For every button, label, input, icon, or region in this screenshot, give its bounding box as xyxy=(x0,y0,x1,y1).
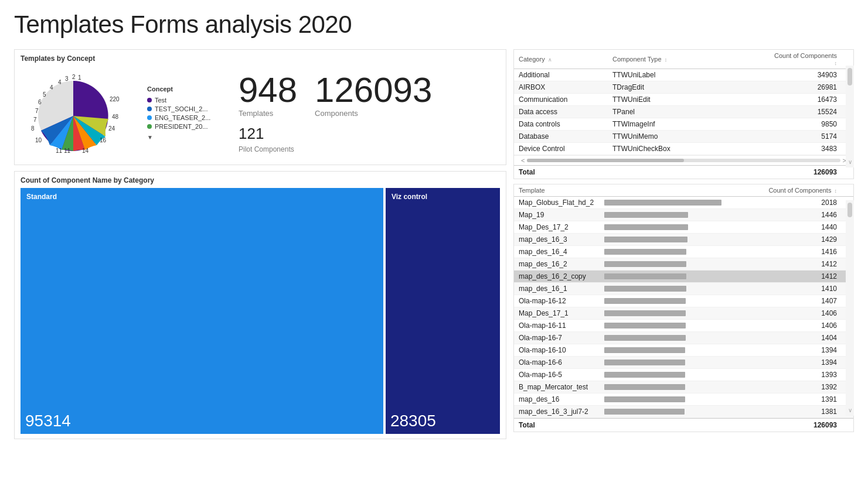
top-table-vscroll-thumb xyxy=(847,68,852,85)
td-template-bar xyxy=(604,396,685,402)
pie-label-16: 16 xyxy=(100,137,107,143)
bottom-count-sort-icon[interactable]: ↕ xyxy=(835,188,838,194)
top-total-label: Total xyxy=(519,168,612,176)
top-table-row: AIRBOX TDragEdit 26981 xyxy=(514,81,853,94)
pilot-label: Pilot Components xyxy=(239,145,432,153)
bottom-table-row: Ola-map-16-6 1394 xyxy=(514,357,853,369)
td-template-name: Map_19 xyxy=(519,211,601,219)
td-template-bar-wrapper: map_des_16_1 xyxy=(519,285,767,293)
pie-label-48: 48 xyxy=(112,114,119,120)
top-table-vscroll[interactable]: ∨ xyxy=(846,66,854,167)
td-template-bar xyxy=(604,273,686,279)
td-count-bottom: 1391 xyxy=(767,395,849,403)
bar-standard-value: 95314 xyxy=(25,412,379,430)
top-table-row: Device Control TTWUniCheckBox 3483 xyxy=(514,143,853,155)
main-row: Templates by Concept xyxy=(14,49,854,439)
legend-dot-1 xyxy=(147,107,152,111)
horiz-scroll-thumb xyxy=(527,159,683,162)
templates-by-concept-section: Templates by Concept xyxy=(14,49,506,165)
td-template-bar-wrapper: Ola-map-16-6 xyxy=(519,358,767,367)
td-component: TTWUniMemo xyxy=(612,132,772,141)
td-template-bar xyxy=(604,224,688,230)
td-template-name: Map_Des_17_2 xyxy=(519,223,601,231)
bar-viz-control: Viz control 28305 xyxy=(386,188,500,434)
pie-label-24: 24 xyxy=(108,125,115,132)
td-template-name: Ola-map-16-10 xyxy=(519,346,601,354)
pie-label-small9: 4 xyxy=(58,79,62,85)
kpi-area: 948 Templates 126093 Components 121 Pilo… xyxy=(239,73,432,153)
td-template-bar xyxy=(604,409,685,415)
legend-item-1: TEST_SOCHI_2... xyxy=(147,105,223,112)
pie-label-small2: 10 xyxy=(35,137,42,143)
th-count: Count of Components ↕ xyxy=(772,52,849,66)
td-template-bar-wrapper: Ola-map-16-5 xyxy=(519,371,767,379)
top-table-total-row: Total 126093 xyxy=(514,165,853,179)
td-category: Additional xyxy=(519,71,612,79)
templates-by-concept-title: Templates by Concept xyxy=(21,54,500,63)
bottom-total-label: Total xyxy=(519,421,767,429)
td-template-bar-wrapper: Map_19 xyxy=(519,211,767,219)
td-category: Data controls xyxy=(519,120,612,128)
top-total-count: 126093 xyxy=(772,168,849,176)
scroll-down-arrow[interactable]: ∨ xyxy=(848,159,852,165)
td-category: Communication xyxy=(519,95,612,104)
td-component: TTWImageInf xyxy=(612,120,772,128)
th-count-bottom: Count of Components ↕ xyxy=(767,187,849,194)
top-table-row: Database TTWUniMemo 5174 xyxy=(514,131,853,143)
horiz-scroll-track[interactable] xyxy=(527,159,840,162)
pie-label-small1: 11 11 xyxy=(56,148,70,154)
td-template-bar xyxy=(604,286,686,292)
pie-label-small5: 7 xyxy=(35,108,39,114)
legend-dropdown-arrow[interactable]: ▼ xyxy=(147,134,223,141)
kpi-top: 948 Templates 126093 Components xyxy=(239,73,432,118)
td-count: 9850 xyxy=(772,120,849,128)
bottom-scroll-down-arrow[interactable]: ∨ xyxy=(848,407,852,413)
legend-title: Concept xyxy=(147,85,223,93)
td-component: TTWUniEdit xyxy=(612,95,772,104)
td-count-bottom: 2018 xyxy=(767,198,849,207)
horiz-scroll-bar[interactable]: < > xyxy=(514,155,853,165)
td-component: TTWUniLabel xyxy=(612,71,772,79)
legend-dot-0 xyxy=(147,98,152,102)
td-template-bar-wrapper: Ola-map-16-10 xyxy=(519,346,767,354)
top-table-header: Category ∧ Component Type ↕ Count of Com… xyxy=(514,50,853,69)
top-table-rows: Additional TTWUniLabel 34903 AIRBOX TDra… xyxy=(514,69,853,155)
th-category: Category ∧ xyxy=(519,56,612,63)
category-sort-icon[interactable]: ∧ xyxy=(548,57,552,63)
bottom-table-row: Map_Des_17_2 1440 xyxy=(514,221,853,234)
top-table-wrapper: Category ∧ Component Type ↕ Count of Com… xyxy=(513,49,854,184)
bottom-table-row: Map_Des_17_1 1406 xyxy=(514,307,853,320)
th-component-type: Component Type ↕ xyxy=(612,56,772,63)
bottom-table-row: map_des_16_4 1416 xyxy=(514,246,853,258)
page: Templates Forms analysis 2020 Templates … xyxy=(0,0,868,446)
td-template-bar xyxy=(604,237,687,242)
scroll-left-btn[interactable]: < xyxy=(519,157,527,164)
td-count-bottom: 1412 xyxy=(767,260,849,268)
td-template-name: Ola-map-16-6 xyxy=(519,358,601,367)
legend-item-2: ENG_TEASER_2... xyxy=(147,114,223,121)
bottom-table-row: Ola-map-16-12 1407 xyxy=(514,295,853,307)
count-sort-icon[interactable]: ↕ xyxy=(835,60,838,66)
bottom-table-row: map_des_16_3 1429 xyxy=(514,234,853,246)
concept-row: 220 48 24 16 14 11 11 10 8 7 7 6 5 xyxy=(21,66,500,160)
bottom-table-row: map_des_16_2_copy 1412 xyxy=(514,271,853,283)
td-category: Device Control xyxy=(519,145,612,153)
top-table-row: Data access TPanel 15524 xyxy=(514,106,853,118)
bar-viz-value: 28305 xyxy=(390,412,495,430)
td-template-bar xyxy=(604,360,685,365)
pie-label-small10: 3 xyxy=(65,76,69,82)
td-count-bottom: 1393 xyxy=(767,371,849,379)
bar-chart-section: Count of Component Name by Category Stan… xyxy=(14,171,506,439)
td-component: TDragEdit xyxy=(612,83,772,91)
td-template-bar xyxy=(604,261,686,267)
component-sort-icon[interactable]: ↕ xyxy=(665,57,668,63)
bottom-total-count: 126093 xyxy=(767,421,849,429)
td-template-name: Ola-map-16-5 xyxy=(519,371,601,379)
td-component: TTWUniCheckBox xyxy=(612,145,772,153)
bottom-table-total-row: Total 126093 xyxy=(514,418,853,432)
templates-kpi: 948 Templates xyxy=(239,73,297,118)
bottom-table-vscroll[interactable]: ∨ xyxy=(846,200,854,416)
td-count-bottom: 1394 xyxy=(767,346,849,354)
bottom-table-row: Ola-map-16-7 1404 xyxy=(514,332,853,344)
legend-dot-2 xyxy=(147,115,152,120)
